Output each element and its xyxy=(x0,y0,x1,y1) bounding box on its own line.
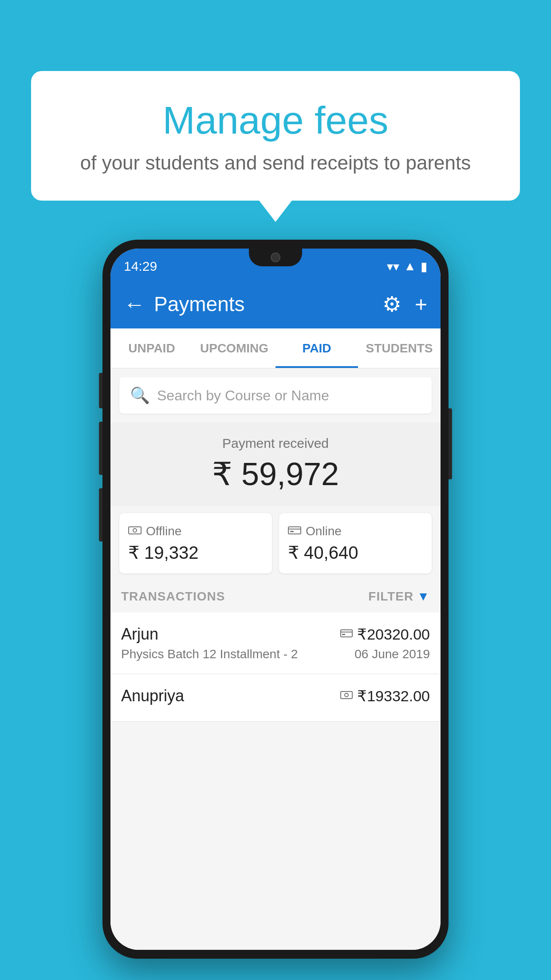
volume-down-button xyxy=(99,422,102,475)
phone-screen: 14:29 ▾▾ ▲ ▮ ← Payments ⚙ + UNPAID UPCOM… xyxy=(110,249,441,950)
offline-label: Offline xyxy=(146,524,181,538)
search-bar[interactable]: 🔍 Search by Course or Name xyxy=(119,377,432,414)
content-area: 🔍 Search by Course or Name Payment recei… xyxy=(110,368,441,950)
online-payment-card: Online ₹ 40,640 xyxy=(279,513,432,573)
svg-rect-8 xyxy=(341,692,352,699)
speech-bubble-subtitle: of your students and send receipts to pa… xyxy=(53,152,498,174)
search-icon: 🔍 xyxy=(130,386,150,405)
wifi-icon: ▾▾ xyxy=(387,259,399,274)
settings-icon[interactable]: ⚙ xyxy=(382,292,401,316)
filter-icon: ▼ xyxy=(417,589,430,604)
transaction-top-1: Arjun ₹20320.00 xyxy=(121,625,430,644)
transaction-amount-2: ₹19332.00 xyxy=(357,687,430,705)
search-input[interactable]: Search by Course or Name xyxy=(157,387,329,404)
offline-card-header: Offline xyxy=(128,524,263,539)
transaction-top-2: Anupriya ₹19332.00 xyxy=(121,687,430,705)
svg-rect-0 xyxy=(129,527,141,534)
add-icon[interactable]: + xyxy=(415,292,427,316)
payment-summary: Payment received ₹ 59,972 xyxy=(110,423,441,506)
transaction-row[interactable]: Arjun ₹20320.00 xyxy=(110,612,441,674)
transaction-row-2[interactable]: Anupriya ₹19332.00 xyxy=(110,674,441,722)
payment-total-amount: ₹ 59,972 xyxy=(119,455,432,493)
transaction-amount-wrap-1: ₹20320.00 xyxy=(340,625,430,643)
status-icons: ▾▾ ▲ ▮ xyxy=(387,259,427,274)
transaction-detail-1: Physics Batch 12 Installment - 2 xyxy=(121,647,298,661)
svg-point-9 xyxy=(345,693,348,697)
transactions-header: TRANSACTIONS FILTER ▼ xyxy=(110,581,441,612)
offline-payment-card: Offline ₹ 19,332 xyxy=(119,513,272,573)
transaction-name-1: Arjun xyxy=(121,625,158,644)
svg-rect-7 xyxy=(342,634,345,635)
app-bar-icons: ⚙ + xyxy=(382,292,427,316)
transaction-bottom-1: Physics Batch 12 Installment - 2 06 June… xyxy=(121,647,430,661)
transaction-date-1: 06 June 2019 xyxy=(354,647,430,661)
speech-bubble: Manage fees of your students and send re… xyxy=(31,71,520,201)
svg-point-1 xyxy=(133,529,137,532)
power-button xyxy=(449,408,452,479)
speech-bubble-title: Manage fees xyxy=(53,98,498,143)
volume-up-button xyxy=(99,373,102,408)
transactions-label: TRANSACTIONS xyxy=(121,589,225,604)
payment-received-label: Payment received xyxy=(119,436,432,451)
transaction-name-2: Anupriya xyxy=(121,687,184,705)
tab-paid[interactable]: PAID xyxy=(276,328,358,368)
speech-bubble-container: Manage fees of your students and send re… xyxy=(31,71,520,201)
payment-cards: Offline ₹ 19,332 xyxy=(119,513,432,573)
filter-button[interactable]: FILTER ▼ xyxy=(368,589,430,604)
status-time: 14:29 xyxy=(124,259,157,274)
svg-rect-4 xyxy=(290,531,294,532)
tab-upcoming[interactable]: UPCOMING xyxy=(193,328,276,368)
transaction-amount-1: ₹20320.00 xyxy=(357,625,430,643)
offline-amount: ₹ 19,332 xyxy=(128,542,263,563)
silent-button xyxy=(99,488,102,541)
tab-students[interactable]: STUDENTS xyxy=(358,328,441,368)
battery-icon: ▮ xyxy=(421,259,427,274)
transaction-amount-wrap-2: ₹19332.00 xyxy=(340,687,430,705)
signal-icon: ▲ xyxy=(404,259,416,273)
card-payment-icon-1 xyxy=(340,627,353,641)
offline-icon xyxy=(128,524,142,539)
online-icon xyxy=(288,524,301,539)
tab-bar: UNPAID UPCOMING PAID STUDENTS xyxy=(110,328,441,368)
svg-rect-5 xyxy=(341,630,352,637)
phone-container: 14:29 ▾▾ ▲ ▮ ← Payments ⚙ + UNPAID UPCOM… xyxy=(102,240,449,959)
cash-payment-icon-2 xyxy=(340,689,353,703)
filter-label: FILTER xyxy=(368,589,413,604)
online-amount: ₹ 40,640 xyxy=(288,542,423,563)
online-label: Online xyxy=(306,524,342,538)
phone-notch xyxy=(249,249,302,266)
online-card-header: Online xyxy=(288,524,423,539)
back-arrow-icon[interactable]: ← xyxy=(124,292,145,316)
app-bar-title: Payments xyxy=(154,292,382,316)
svg-rect-2 xyxy=(288,527,301,534)
app-bar: ← Payments ⚙ + xyxy=(110,280,441,328)
tab-unpaid[interactable]: UNPAID xyxy=(110,328,193,368)
camera-dot xyxy=(271,253,280,262)
